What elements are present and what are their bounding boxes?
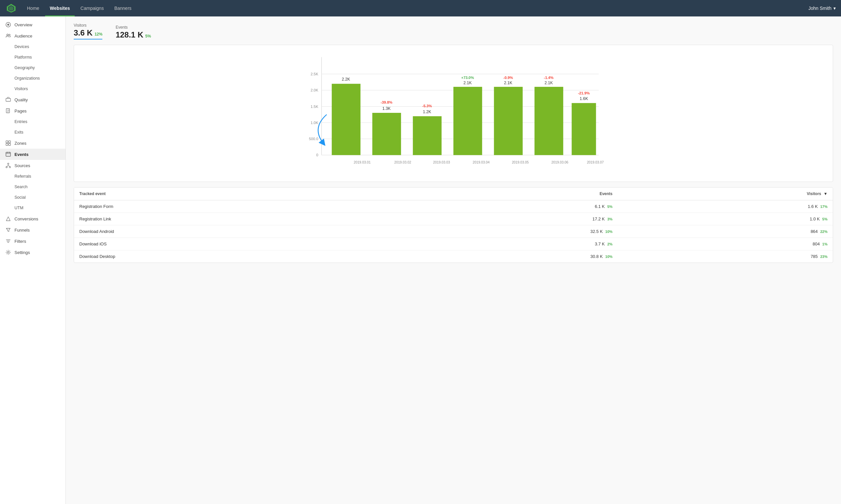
svg-text:2019.03.01: 2019.03.01 bbox=[354, 161, 371, 164]
sidebar-item-events[interactable]: Events bbox=[0, 149, 66, 160]
svg-text:2019.03.03: 2019.03.03 bbox=[433, 161, 450, 164]
svg-point-15 bbox=[6, 166, 7, 168]
svg-point-4 bbox=[7, 24, 9, 26]
sidebar-item-funnels[interactable]: Funnels bbox=[0, 224, 66, 236]
svg-text:2019.03.06: 2019.03.06 bbox=[552, 161, 569, 164]
sidebar: Overview Audience Devices Platforms Geog… bbox=[0, 16, 66, 504]
svg-text:2019.03.02: 2019.03.02 bbox=[394, 161, 411, 164]
svg-text:2.0K: 2.0K bbox=[310, 88, 319, 92]
cell-visitors-3: 804 1% bbox=[618, 238, 833, 250]
cell-events-1: 17.2 K 3% bbox=[393, 213, 618, 226]
bar-4[interactable] bbox=[453, 87, 482, 155]
nav-home[interactable]: Home bbox=[22, 0, 44, 16]
table-row: Download Android 32.5 K 10% 864 22% bbox=[74, 226, 833, 238]
sidebar-item-social[interactable]: Social bbox=[0, 192, 66, 203]
sidebar-item-organizations[interactable]: Organizations bbox=[0, 73, 66, 84]
sources-icon bbox=[5, 163, 11, 168]
nav-campaigns[interactable]: Campaigns bbox=[76, 0, 109, 16]
svg-text:-39.8%: -39.8% bbox=[381, 100, 393, 104]
sidebar-item-conversions[interactable]: Conversions bbox=[0, 213, 66, 224]
svg-point-14 bbox=[7, 163, 9, 164]
svg-rect-12 bbox=[8, 143, 11, 145]
cell-events-2: 32.5 K 10% bbox=[393, 226, 618, 238]
svg-rect-10 bbox=[8, 141, 11, 143]
bar-2[interactable] bbox=[373, 113, 401, 155]
col-event: Tracked event bbox=[74, 187, 393, 200]
cell-visitors-1: 1.0 K 5% bbox=[618, 213, 833, 226]
main-content: Visitors 3.6 K 12% Events 128.1 K 5% bbox=[66, 16, 841, 504]
svg-text:1.5K: 1.5K bbox=[310, 105, 319, 109]
user-menu[interactable]: John Smith ▾ bbox=[808, 5, 836, 11]
events-stat: Events 128.1 K 5% bbox=[115, 25, 151, 39]
bar-5[interactable] bbox=[494, 87, 522, 155]
svg-rect-9 bbox=[6, 141, 8, 143]
sidebar-item-referrals[interactable]: Referrals bbox=[0, 171, 66, 182]
sidebar-item-entries[interactable]: Entries bbox=[0, 116, 66, 127]
sidebar-item-audience[interactable]: Audience bbox=[0, 30, 66, 41]
svg-text:-1.4%: -1.4% bbox=[544, 76, 553, 79]
events-table-card: Tracked event Events Visitors ▼ Registra… bbox=[74, 187, 833, 263]
col-visitors[interactable]: Visitors ▼ bbox=[618, 187, 833, 200]
pages-icon bbox=[5, 108, 11, 113]
bar-3[interactable] bbox=[413, 116, 442, 155]
events-icon bbox=[5, 152, 11, 157]
sort-arrow-icon: ▼ bbox=[824, 192, 827, 196]
svg-point-5 bbox=[7, 34, 8, 36]
col-events: Events bbox=[393, 187, 618, 200]
cell-event-0: Registration Form bbox=[74, 200, 393, 213]
sidebar-item-overview[interactable]: Overview bbox=[0, 19, 66, 30]
table-body: Registration Form 6.1 K 5% 1.6 K 17% Reg… bbox=[74, 200, 833, 263]
stats-header: Visitors 3.6 K 12% Events 128.1 K 5% bbox=[74, 23, 833, 39]
bar-chart-card: 0 500.0 1.0K 1.5K 2.0K 2.5K 2.2K 2019.03… bbox=[74, 45, 833, 182]
topnav: Home Websites Campaigns Banners John Smi… bbox=[0, 0, 841, 16]
funnels-icon bbox=[5, 227, 11, 233]
cell-events-0: 6.1 K 5% bbox=[393, 200, 618, 213]
sidebar-item-sources[interactable]: Sources bbox=[0, 160, 66, 171]
svg-text:-21.9%: -21.9% bbox=[578, 91, 590, 95]
nav-links: Home Websites Campaigns Banners bbox=[22, 0, 808, 16]
sidebar-item-filters[interactable]: Filters bbox=[0, 236, 66, 247]
cell-events-4: 30.8 K 10% bbox=[393, 250, 618, 263]
svg-rect-7 bbox=[6, 98, 11, 101]
sidebar-item-geography[interactable]: Geography bbox=[0, 62, 66, 73]
svg-text:-0.9%: -0.9% bbox=[503, 76, 513, 79]
sidebar-item-platforms[interactable]: Platforms bbox=[0, 52, 66, 62]
visitors-stat: Visitors 3.6 K 12% bbox=[74, 23, 102, 39]
cell-event-3: Download iOS bbox=[74, 238, 393, 250]
sidebar-item-utm[interactable]: UTM bbox=[0, 203, 66, 213]
sidebar-item-zones[interactable]: Zones bbox=[0, 138, 66, 149]
bar-1[interactable] bbox=[332, 84, 360, 155]
sidebar-item-devices[interactable]: Devices bbox=[0, 41, 66, 52]
svg-text:2.1K: 2.1K bbox=[544, 80, 553, 85]
svg-text:1.6K: 1.6K bbox=[580, 96, 588, 101]
svg-text:-5.3%: -5.3% bbox=[422, 104, 432, 108]
zones-icon bbox=[5, 141, 11, 146]
svg-text:1.3K: 1.3K bbox=[382, 106, 391, 111]
bar-7[interactable] bbox=[572, 103, 596, 155]
sidebar-item-search[interactable]: Search bbox=[0, 182, 66, 192]
svg-text:2.1K: 2.1K bbox=[504, 80, 513, 85]
nav-websites[interactable]: Websites bbox=[45, 0, 74, 16]
sidebar-item-pages[interactable]: Pages bbox=[0, 105, 66, 116]
cell-visitors-2: 864 22% bbox=[618, 226, 833, 238]
svg-point-6 bbox=[9, 34, 10, 36]
svg-text:1.0K: 1.0K bbox=[310, 121, 319, 125]
logo bbox=[5, 2, 17, 14]
sidebar-item-exits[interactable]: Exits bbox=[0, 127, 66, 138]
conversions-icon bbox=[5, 216, 11, 221]
sidebar-item-quality[interactable]: Quality bbox=[0, 94, 66, 105]
table-header: Tracked event Events Visitors ▼ bbox=[74, 187, 833, 200]
table-row: Download Desktop 30.8 K 10% 785 23% bbox=[74, 250, 833, 263]
sidebar-item-visitors[interactable]: Visitors bbox=[0, 84, 66, 94]
cell-visitors-4: 785 23% bbox=[618, 250, 833, 263]
nav-banners[interactable]: Banners bbox=[110, 0, 136, 16]
bar-6[interactable] bbox=[534, 87, 563, 155]
overview-icon bbox=[5, 22, 11, 27]
svg-point-16 bbox=[9, 166, 11, 168]
bar-chart-svg: 0 500.0 1.0K 1.5K 2.0K 2.5K 2.2K 2019.03… bbox=[79, 50, 827, 175]
table-row: Registration Form 6.1 K 5% 1.6 K 17% bbox=[74, 200, 833, 213]
svg-text:2019.03.04: 2019.03.04 bbox=[473, 161, 490, 164]
svg-point-17 bbox=[7, 252, 9, 253]
sidebar-item-settings[interactable]: Settings bbox=[0, 247, 66, 258]
svg-rect-13 bbox=[6, 152, 11, 156]
